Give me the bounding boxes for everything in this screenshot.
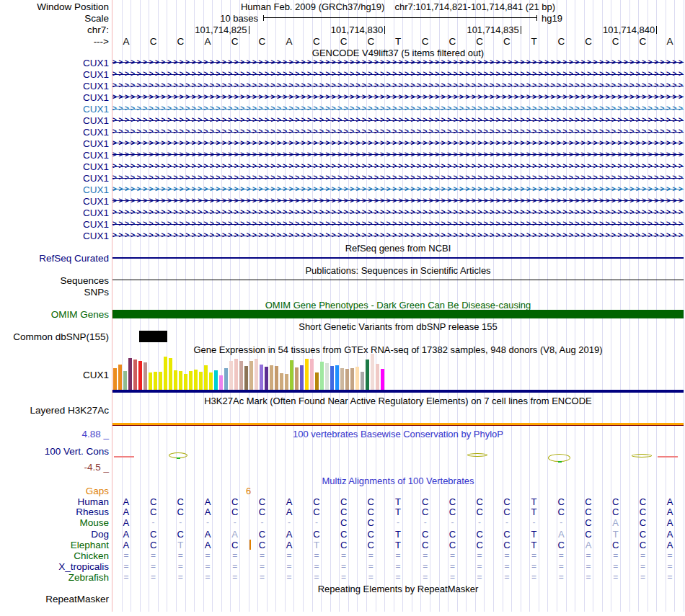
species-label-human[interactable]: Human xyxy=(77,496,109,507)
repeatmasker-label[interactable]: RepeatMasker xyxy=(45,594,109,604)
species-label-x_tropicalis[interactable]: X_tropicalis xyxy=(58,561,109,572)
gene-label[interactable]: CUX1 xyxy=(83,207,109,218)
gene-model-row[interactable]: >>>>>>>>>>>>>>>>>>>>>>>>>>>>>>>>>>>>>>>>… xyxy=(112,105,684,112)
gtex-tissue-bar[interactable] xyxy=(194,370,198,390)
gene-label[interactable]: CUX1 xyxy=(83,219,109,230)
gene-model-row[interactable]: >>>>>>>>>>>>>>>>>>>>>>>>>>>>>>>>>>>>>>>>… xyxy=(112,117,684,124)
species-label-rhesus[interactable]: Rhesus xyxy=(76,506,109,517)
gtex-tissue-bar[interactable] xyxy=(280,373,283,390)
gtex-tissue-bar[interactable] xyxy=(315,372,319,390)
gtex-tissue-bar[interactable] xyxy=(204,365,208,390)
gtex-gene-label[interactable]: CUX1 xyxy=(83,370,109,380)
gtex-tissue-bar[interactable] xyxy=(123,371,127,390)
gtex-tissue-bar[interactable] xyxy=(376,364,379,390)
gene-label[interactable]: CUX1 xyxy=(83,92,109,103)
gene-label[interactable]: CUX1 xyxy=(83,138,109,149)
gtex-tissue-bar[interactable] xyxy=(159,372,162,390)
gtex-tissue-bar[interactable] xyxy=(320,362,324,390)
gtex-tissue-bar[interactable] xyxy=(244,366,248,390)
gtex-tissue-bar[interactable] xyxy=(325,363,329,390)
gene-model-row[interactable]: >>>>>>>>>>>>>>>>>>>>>>>>>>>>>>>>>>>>>>>>… xyxy=(112,59,684,66)
gtex-tissue-bar[interactable] xyxy=(138,361,142,390)
gtex-tissue-bar[interactable] xyxy=(285,374,288,390)
publications-sequence-line[interactable] xyxy=(112,280,684,280)
gene-label[interactable]: CUX1 xyxy=(83,184,109,195)
species-label-dog[interactable]: Dog xyxy=(91,529,109,540)
h3k27ac-label[interactable]: Layered H3K27Ac xyxy=(30,405,109,416)
gtex-tissue-bar[interactable] xyxy=(340,368,344,390)
gtex-tissue-bar[interactable] xyxy=(330,366,334,390)
gtex-tissue-bar[interactable] xyxy=(118,365,122,390)
gene-label[interactable]: CUX1 xyxy=(83,173,109,184)
gtex-tissue-bar[interactable] xyxy=(260,365,263,390)
gtex-tissue-bar[interactable] xyxy=(179,371,182,390)
gtex-tissue-bar[interactable] xyxy=(310,359,314,390)
h3k27ac-signal-band[interactable] xyxy=(112,423,684,426)
gene-label[interactable]: CUX1 xyxy=(83,161,109,172)
dbsnp-variant-box[interactable] xyxy=(139,331,167,342)
gtex-tissue-bar[interactable] xyxy=(290,360,293,390)
gtex-tissue-bar[interactable] xyxy=(169,358,172,390)
refseq-gene-line[interactable] xyxy=(112,257,684,259)
gtex-tissue-bar[interactable] xyxy=(143,362,147,390)
gene-model-row[interactable]: >>>>>>>>>>>>>>>>>>>>>>>>>>>>>>>>>>>>>>>>… xyxy=(112,197,684,205)
species-label-zebrafish[interactable]: Zebrafish xyxy=(68,572,109,583)
gene-label[interactable]: CUX1 xyxy=(83,104,109,115)
phylop-mark[interactable] xyxy=(467,453,487,457)
gtex-tissue-bar[interactable] xyxy=(154,372,157,390)
gtex-tissue-bar[interactable] xyxy=(355,367,359,390)
gene-label[interactable]: CUX1 xyxy=(83,150,109,161)
gtex-tissue-bar[interactable] xyxy=(345,369,349,390)
gene-model-row[interactable]: >>>>>>>>>>>>>>>>>>>>>>>>>>>>>>>>>>>>>>>>… xyxy=(112,232,684,239)
gtex-tissue-bar[interactable] xyxy=(113,368,117,390)
gtex-tissue-bar[interactable] xyxy=(133,360,137,390)
omim-genes-label[interactable]: OMIM Genes xyxy=(51,309,109,320)
gtex-tissue-bar[interactable] xyxy=(174,370,177,390)
species-label-elephant[interactable]: Elephant xyxy=(71,540,109,550)
insertion-tick[interactable] xyxy=(249,540,251,550)
gtex-baseline-bar[interactable] xyxy=(112,390,684,393)
gtex-tissue-bar[interactable] xyxy=(381,369,384,390)
phylop-mark[interactable] xyxy=(632,454,652,457)
gtex-tissue-bar[interactable] xyxy=(371,354,374,390)
gene-model-row[interactable]: >>>>>>>>>>>>>>>>>>>>>>>>>>>>>>>>>>>>>>>>… xyxy=(112,163,684,170)
gtex-tissue-bar[interactable] xyxy=(214,370,218,390)
gene-label[interactable]: CUX1 xyxy=(83,58,109,68)
gene-model-row[interactable]: >>>>>>>>>>>>>>>>>>>>>>>>>>>>>>>>>>>>>>>>… xyxy=(112,220,684,228)
species-label-mouse[interactable]: Mouse xyxy=(79,517,109,528)
gene-model-row[interactable]: >>>>>>>>>>>>>>>>>>>>>>>>>>>>>>>>>>>>>>>>… xyxy=(112,186,684,193)
gtex-tissue-bar[interactable] xyxy=(184,374,187,390)
gtex-tissue-bar[interactable] xyxy=(366,360,369,390)
species-label-chicken[interactable]: Chicken xyxy=(74,550,109,561)
gtex-tissue-bar[interactable] xyxy=(300,365,304,390)
gene-model-row[interactable]: >>>>>>>>>>>>>>>>>>>>>>>>>>>>>>>>>>>>>>>>… xyxy=(112,174,684,182)
gene-label[interactable]: CUX1 xyxy=(83,115,109,126)
phylop-track-label[interactable]: 100 Vert. Cons xyxy=(45,446,109,457)
gene-model-row[interactable]: >>>>>>>>>>>>>>>>>>>>>>>>>>>>>>>>>>>>>>>>… xyxy=(112,140,684,147)
refseq-curated-label[interactable]: RefSeq Curated xyxy=(39,253,109,264)
gtex-tissue-bar[interactable] xyxy=(219,375,223,390)
gtex-tissue-bar[interactable] xyxy=(189,371,193,390)
gene-model-row[interactable]: >>>>>>>>>>>>>>>>>>>>>>>>>>>>>>>>>>>>>>>>… xyxy=(112,94,684,101)
gtex-tissue-bar[interactable] xyxy=(249,361,253,390)
gaps-row-label[interactable]: Gaps xyxy=(86,486,109,496)
gtex-tissue-bar[interactable] xyxy=(149,372,152,390)
gene-model-row[interactable]: >>>>>>>>>>>>>>>>>>>>>>>>>>>>>>>>>>>>>>>>… xyxy=(112,128,684,135)
gtex-tissue-bar[interactable] xyxy=(239,361,243,390)
gtex-tissue-bar[interactable] xyxy=(255,359,258,390)
gene-label[interactable]: CUX1 xyxy=(83,127,109,138)
gtex-tissue-bar[interactable] xyxy=(275,366,278,390)
phylop-mark[interactable] xyxy=(114,456,134,457)
gtex-tissue-bar[interactable] xyxy=(234,359,238,390)
phylop-mark[interactable] xyxy=(658,456,678,457)
omim-gene-bar[interactable] xyxy=(112,310,684,318)
gtex-tissue-bar[interactable] xyxy=(361,372,364,390)
gene-label[interactable]: CUX1 xyxy=(83,231,109,241)
gene-label[interactable]: CUX1 xyxy=(83,196,109,207)
gene-label[interactable]: CUX1 xyxy=(83,81,109,91)
gtex-tissue-bar[interactable] xyxy=(350,368,354,390)
gtex-tissue-bar[interactable] xyxy=(295,367,299,390)
gtex-tissue-bar[interactable] xyxy=(209,372,213,390)
gene-label[interactable]: CUX1 xyxy=(83,69,109,80)
gene-model-row[interactable]: >>>>>>>>>>>>>>>>>>>>>>>>>>>>>>>>>>>>>>>>… xyxy=(112,209,684,216)
